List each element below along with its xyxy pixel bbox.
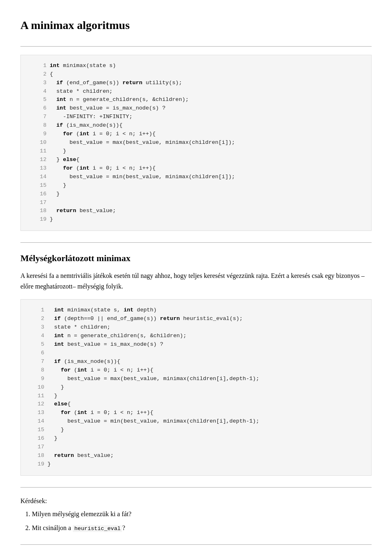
code-line-content: else{: [46, 400, 363, 409]
line-number: 5: [29, 340, 46, 349]
q2-suffix: ?: [122, 524, 125, 531]
section2-title: Mélységkorlátozott minimax: [20, 251, 372, 265]
line-number: 11: [29, 147, 48, 156]
line-number: 6: [29, 104, 48, 113]
line-number: 4: [29, 332, 46, 340]
q2-code: heuristic_eval: [73, 525, 122, 532]
code-line-content: best_value = min(best_value, minimax(chi…: [48, 173, 363, 181]
code-line-content: }: [48, 147, 363, 156]
question-1: Milyen mélységig elemezzük ki a fát?: [32, 509, 372, 519]
line-number: 15: [29, 181, 48, 190]
line-number: 11: [29, 392, 46, 401]
line-number: 2: [29, 315, 46, 323]
line-number: 17: [29, 199, 48, 207]
code-line-content: int best_value = is_max_node(s) ?: [48, 104, 363, 113]
line-number: 1: [29, 62, 48, 70]
divider-3: [20, 487, 372, 488]
line-number: 2: [29, 70, 48, 79]
code-line-content: for (int i = 0; i < n; i++){: [46, 409, 363, 417]
code-line-content: }: [48, 181, 363, 190]
code-line-content: }: [48, 190, 363, 199]
code-line-content: }: [46, 426, 363, 434]
questions-list: Milyen mélységig elemezzük ki a fát? Mit…: [20, 509, 372, 533]
line-number: 14: [29, 173, 48, 181]
code-line-content: return best_value;: [48, 207, 363, 215]
code-line-content: best_value = max(best_value, minimax(chi…: [46, 375, 363, 383]
line-number: 5: [29, 96, 48, 104]
line-number: 10: [29, 383, 46, 392]
code-line-content: -INFINITY: +INFINITY;: [48, 113, 363, 121]
code-line-content: }: [46, 460, 363, 469]
code-line-content: int best_value = is_max_node(s) ?: [46, 340, 363, 349]
code-line-content: return best_value;: [46, 452, 363, 460]
code-line-content: best_value = max(best_value, minimax(chi…: [48, 139, 363, 147]
code-line-content: [48, 199, 363, 207]
code-line-content: }: [46, 434, 363, 443]
line-number: 3: [29, 323, 46, 332]
line-number: 7: [29, 358, 46, 366]
line-number: 12: [29, 400, 46, 409]
questions-label: Kérdések:: [20, 496, 372, 506]
code-block-2: 1 int minimax(state s, int depth)2 if (d…: [20, 299, 372, 476]
code-line-content: int minimax(state s): [48, 62, 363, 70]
code-line-content: best_value = min(best_value, minimax(chi…: [46, 417, 363, 426]
code-line-content: if (is_max_node(s)){: [46, 358, 363, 366]
line-number: 4: [29, 87, 48, 96]
line-number: 13: [29, 164, 48, 173]
line-number: 7: [29, 113, 48, 121]
code-line-content: int n = generate_children(s, &children);: [48, 96, 363, 104]
section3-title: Iteratívan mélyülő keresés: [20, 553, 372, 555]
line-number: 10: [29, 139, 48, 147]
line-number: 15: [29, 426, 46, 434]
line-number: 16: [29, 434, 46, 443]
questions-section: Kérdések: Milyen mélységig elemezzük ki …: [20, 496, 372, 533]
code-line-content: int n = generate_children(s, &children);: [46, 332, 363, 340]
line-number: 19: [29, 215, 48, 224]
code-line-content: [46, 349, 363, 358]
code-line-content: int minimax(state s, int depth): [46, 306, 363, 315]
line-number: 14: [29, 417, 46, 426]
section2-intro: A keresési fa a nemtriviális játékok ese…: [20, 271, 372, 292]
line-number: 3: [29, 79, 48, 87]
question-2: Mit csináljon a heuristic_eval?: [32, 523, 372, 533]
code-line-content: if (depth==0 || end_of_game(s)) return h…: [46, 315, 363, 323]
code-line-content: state * children;: [46, 323, 363, 332]
code-table-1: 1int minimax(state s)2{3 if (end_of_game…: [29, 62, 363, 224]
line-number: 19: [29, 460, 46, 469]
line-number: 18: [29, 452, 46, 460]
code-line-content: for (int i = 0; i < n; i++){: [48, 164, 363, 173]
line-number: 16: [29, 190, 48, 199]
code-line-content: [46, 443, 363, 452]
code-line-content: if (end_of_game(s)) return utility(s);: [48, 79, 363, 87]
line-number: 6: [29, 349, 46, 358]
line-number: 9: [29, 130, 48, 139]
divider-2: [20, 242, 372, 243]
line-number: 18: [29, 207, 48, 215]
code-line-content: state * children;: [48, 87, 363, 96]
line-number: 17: [29, 443, 46, 452]
code-line-content: for (int i = 0; i < n; i++){: [46, 366, 363, 375]
code-line-content: if (is_max_node(s)){: [48, 121, 363, 130]
line-number: 9: [29, 375, 46, 383]
line-number: 8: [29, 121, 48, 130]
code-line-content: {: [48, 70, 363, 79]
code-line-content: } else{: [48, 156, 363, 164]
line-number: 13: [29, 409, 46, 417]
page-title: A minimax algoritmus: [20, 16, 372, 35]
code-line-content: }: [48, 215, 363, 224]
divider-4: [20, 544, 372, 545]
code-block-1: 1int minimax(state s)2{3 if (end_of_game…: [20, 55, 372, 231]
q2-prefix: Mit csináljon a: [32, 524, 73, 531]
code-table-2: 1 int minimax(state s, int depth)2 if (d…: [29, 306, 363, 469]
line-number: 12: [29, 156, 48, 164]
line-number: 1: [29, 306, 46, 315]
divider-1: [20, 46, 372, 47]
line-number: 8: [29, 366, 46, 375]
code-line-content: }: [46, 383, 363, 392]
code-line-content: }: [46, 392, 363, 401]
code-line-content: for (int i = 0; i < n; i++){: [48, 130, 363, 139]
